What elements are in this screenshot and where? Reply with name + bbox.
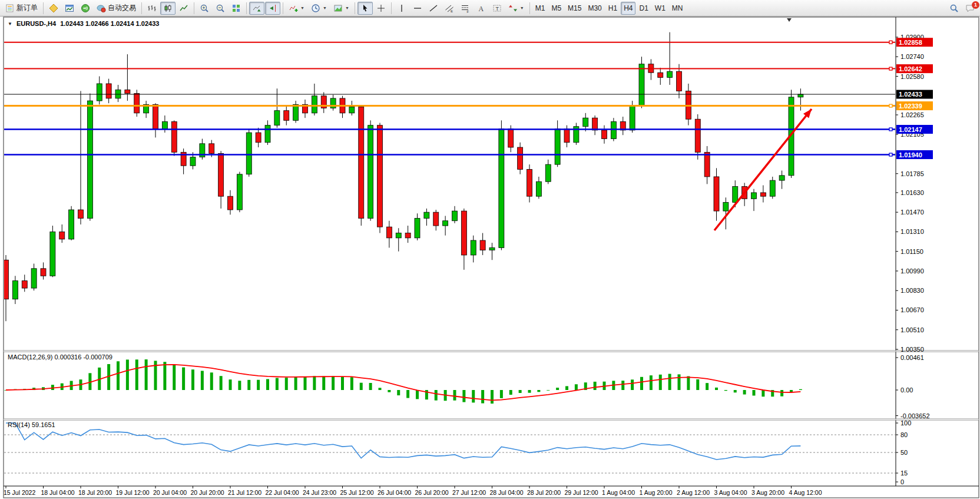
svg-text:1.00830: 1.00830: [900, 287, 924, 294]
zoom-out-icon: [216, 4, 225, 13]
svg-text:E: E: [451, 9, 453, 13]
new-order-button[interactable]: 新订单: [2, 2, 41, 15]
periods-button[interactable]: ▼: [308, 2, 330, 15]
chart-ohlc-label: 1.02443 1.02466 1.02414 1.02433: [60, 20, 159, 27]
svg-text:1.00670: 1.00670: [900, 306, 924, 313]
svg-text:100: 100: [900, 419, 911, 427]
svg-text:4 Aug 12:00: 4 Aug 12:00: [789, 489, 822, 496]
new-chart-button[interactable]: [62, 2, 77, 15]
svg-text:1.02580: 1.02580: [900, 73, 924, 80]
timeframe-button-m30[interactable]: M30: [585, 2, 604, 15]
svg-text:T: T: [495, 5, 499, 11]
candlestick-icon: [163, 4, 173, 13]
svg-text:19 Jul 12:00: 19 Jul 12:00: [116, 489, 150, 496]
equidistant-channel-tool-button[interactable]: E: [442, 2, 457, 15]
zoom-in-icon: [200, 4, 209, 13]
autotrading-icon: [97, 4, 106, 13]
horizontal-line-icon: [413, 4, 422, 13]
svg-text:26 Jul 20:00: 26 Jul 20:00: [415, 489, 449, 496]
search-button[interactable]: [946, 2, 962, 15]
toolbar-separator: [246, 2, 247, 14]
timeframe-button-m15[interactable]: M15: [565, 2, 584, 15]
chevron-down-icon: ▼: [300, 6, 304, 10]
toolbar-separator: [355, 2, 355, 14]
svg-text:1.01785: 1.01785: [900, 170, 924, 177]
trendline-tool-button[interactable]: [426, 2, 441, 15]
horizontal-line-tool-button[interactable]: [410, 2, 425, 15]
svg-text:20 Jul 04:00: 20 Jul 04:00: [153, 489, 187, 496]
vertical-line-tool-button[interactable]: [394, 2, 409, 15]
text-label-icon: T: [492, 4, 502, 13]
toolbar-separator: [194, 2, 194, 14]
svg-text:1.02642: 1.02642: [899, 65, 922, 72]
svg-text:1.02740: 1.02740: [900, 53, 924, 60]
metaeditor-button[interactable]: [46, 2, 61, 15]
bar-chart-button[interactable]: [144, 2, 160, 15]
sound-icon: [81, 4, 90, 13]
chart-canvas[interactable]: 1.029001.027401.025801.022651.021051.017…: [0, 0, 980, 499]
text-icon: A: [476, 4, 486, 13]
toolbar-separator: [391, 2, 392, 14]
svg-text:18 Jul 04:00: 18 Jul 04:00: [41, 489, 75, 496]
fibonacci-tool-button[interactable]: F: [458, 2, 473, 15]
sound-alerts-button[interactable]: [78, 2, 93, 15]
new-order-icon: [5, 4, 15, 13]
symbol-dropdown-icon[interactable]: ▼: [8, 21, 12, 27]
svg-text:-0.003652: -0.003652: [900, 412, 930, 419]
svg-text:1.02147: 1.02147: [899, 126, 922, 133]
svg-text:1.02265: 1.02265: [900, 111, 924, 118]
chart-header: ▼ EURUSD-,H4 1.02443 1.02466 1.02414 1.0…: [8, 20, 159, 27]
svg-text:1.00350: 1.00350: [900, 346, 924, 353]
templates-button[interactable]: ▼: [330, 2, 352, 15]
timeframe-button-w1[interactable]: W1: [652, 2, 668, 15]
main-toolbar: 新订单 自动交易 ▼ ▼: [0, 0, 980, 16]
svg-text:1.01470: 1.01470: [900, 209, 924, 216]
chart-window-icon: [65, 4, 74, 13]
chart-shift-icon: [268, 4, 277, 13]
line-chart-button[interactable]: [176, 2, 191, 15]
chevron-down-icon: ▼: [520, 6, 524, 10]
svg-text:1.00510: 1.00510: [900, 326, 924, 333]
svg-text:1 Aug 20:00: 1 Aug 20:00: [640, 489, 673, 496]
chevron-down-icon: ▼: [345, 6, 349, 10]
toolbar-separator: [43, 2, 44, 14]
svg-text:26 Jul 04:00: 26 Jul 04:00: [378, 489, 411, 496]
svg-text:3 Aug 04:00: 3 Aug 04:00: [714, 489, 747, 496]
svg-text:1.01940: 1.01940: [899, 151, 922, 158]
crosshair-tool-button[interactable]: [373, 2, 389, 15]
svg-text:15 Jul 2022: 15 Jul 2022: [4, 489, 35, 496]
arrows-tool-button[interactable]: ▼: [505, 2, 527, 15]
zoom-in-button[interactable]: [197, 2, 212, 15]
svg-text:25 Jul 12:00: 25 Jul 12:00: [340, 489, 374, 496]
indicators-button[interactable]: ▼: [286, 2, 307, 15]
text-label-tool-button[interactable]: T: [489, 2, 505, 15]
svg-text:1.01310: 1.01310: [900, 228, 924, 235]
notifications-button[interactable]: 1: [962, 2, 978, 15]
autotrading-label: 自动交易: [108, 3, 136, 13]
zoom-out-button[interactable]: [213, 2, 228, 15]
timeframe-button-m1[interactable]: M1: [532, 2, 548, 15]
auto-scroll-button[interactable]: [249, 2, 264, 15]
svg-text:0.00461: 0.00461: [900, 354, 924, 361]
timeframe-button-h4[interactable]: H4: [621, 2, 635, 15]
text-tool-button[interactable]: A: [474, 2, 489, 15]
svg-text:1.02339: 1.02339: [899, 103, 922, 110]
cursor-tool-button[interactable]: [357, 2, 373, 15]
timeframe-button-d1[interactable]: D1: [636, 2, 651, 15]
svg-text:21 Jul 12:00: 21 Jul 12:00: [228, 489, 261, 496]
notification-badge: 1: [972, 1, 979, 9]
svg-text:24 Jul 23:00: 24 Jul 23:00: [303, 489, 336, 496]
timeframe-button-h1[interactable]: H1: [605, 2, 620, 15]
svg-text:50: 50: [900, 449, 908, 456]
candlestick-chart-button[interactable]: [160, 2, 176, 15]
yellow-diamond-icon: [49, 4, 58, 13]
auto-scroll-icon: [252, 4, 261, 13]
svg-text:0: 0: [900, 478, 904, 485]
svg-text:28 Jul 20:00: 28 Jul 20:00: [527, 489, 561, 496]
timeframe-button-mn[interactable]: MN: [669, 2, 686, 15]
autotrading-button[interactable]: 自动交易: [94, 2, 139, 15]
chart-shift-button[interactable]: [265, 2, 280, 15]
timeframe-button-m5[interactable]: M5: [548, 2, 564, 15]
tile-windows-button[interactable]: [229, 2, 244, 15]
chevron-down-icon: ▼: [323, 6, 327, 10]
